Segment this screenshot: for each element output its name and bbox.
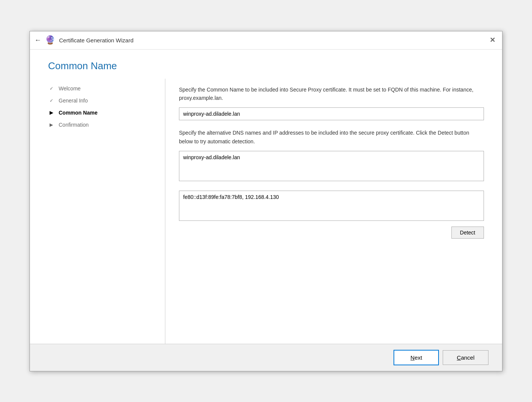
page-heading-area: Common Name [30, 50, 502, 79]
sidebar-item-confirmation: ▶ Confirmation [48, 119, 154, 131]
cancel-underline-char: C [457, 354, 461, 361]
footer: Next Cancel [30, 344, 502, 371]
back-button[interactable]: ← [34, 37, 41, 43]
sidebar-item-general-info: ✓ General Info [48, 95, 154, 107]
common-name-input[interactable] [179, 107, 484, 120]
title-bar: ← 🔮 Certificate Generation Wizard ✕ [30, 31, 502, 50]
welcome-icon: ✓ [50, 86, 56, 91]
description-1: Specify the Common Name to be included i… [179, 85, 484, 102]
app-icon: 🔮 [45, 35, 55, 45]
sidebar-label-common-name: Common Name [59, 110, 98, 116]
page-title: Common Name [48, 60, 484, 72]
content-area: ✓ Welcome ✓ General Info ▶ Common Name ▶… [30, 79, 502, 344]
description-2: Specify the alternative DNS names and IP… [179, 129, 484, 146]
cancel-button[interactable]: Cancel [443, 350, 488, 365]
sidebar-label-general-info: General Info [59, 98, 88, 104]
main-content: Specify the Common Name to be included i… [165, 79, 484, 344]
sidebar-label-welcome: Welcome [59, 85, 81, 92]
sidebar-item-welcome: ✓ Welcome [48, 82, 154, 95]
cancel-label: Cancel [457, 354, 474, 361]
sidebar-label-confirmation: Confirmation [59, 122, 89, 128]
close-button[interactable]: ✕ [487, 35, 498, 45]
common-name-icon: ▶ [50, 110, 56, 115]
sidebar-item-common-name[interactable]: ▶ Common Name [48, 107, 154, 119]
confirmation-icon: ▶ [50, 122, 56, 127]
detect-button[interactable]: Detect [451, 227, 484, 239]
general-info-icon: ✓ [50, 98, 56, 103]
title-bar-left: ← 🔮 Certificate Generation Wizard [34, 35, 134, 45]
window-title: Certificate Generation Wizard [59, 37, 134, 43]
next-underline-char: N [411, 354, 415, 361]
dns-names-input[interactable]: winproxy-ad.diladele.lan [179, 151, 484, 181]
sidebar: ✓ Welcome ✓ General Info ▶ Common Name ▶… [48, 79, 165, 344]
detect-row: Detect [179, 227, 484, 239]
next-button[interactable]: Next [394, 350, 439, 365]
ip-addresses-input[interactable]: fe80::d13f:89fe:fa78:7bf8, 192.168.4.130 [179, 191, 484, 221]
wizard-window: ← 🔮 Certificate Generation Wizard ✕ Comm… [30, 31, 502, 371]
next-label: Next [411, 354, 422, 361]
